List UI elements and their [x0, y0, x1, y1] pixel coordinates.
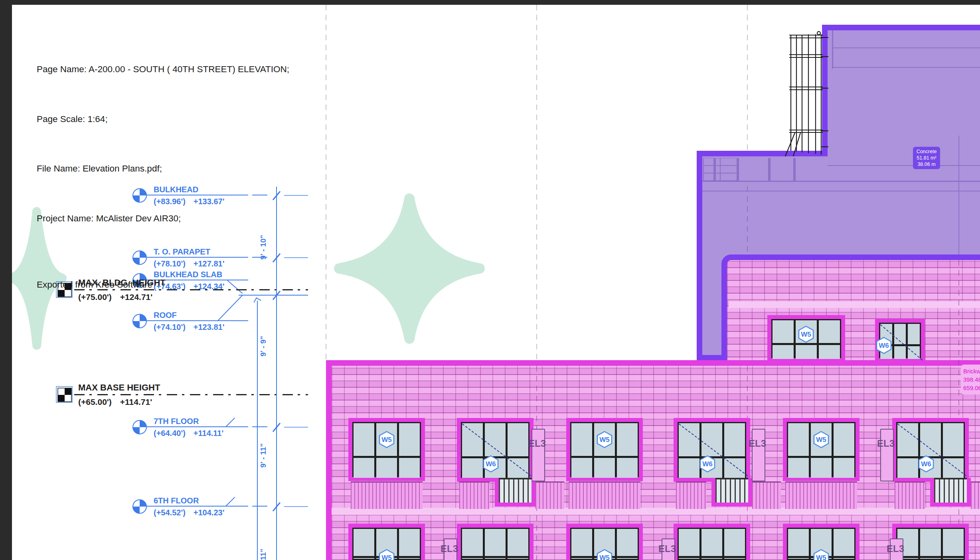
svg-text:W5: W5	[599, 436, 610, 444]
svg-text:W6: W6	[879, 342, 889, 349]
window-pane	[571, 558, 592, 559]
window-pane	[788, 529, 809, 556]
rail-post	[793, 158, 796, 182]
window[interactable]	[457, 524, 533, 560]
level-name-max-base-height: MAX BASE HEIGHT	[78, 383, 160, 393]
window-pane	[679, 529, 699, 556]
svg-text:W5: W5	[381, 554, 392, 560]
window-pane	[617, 558, 638, 559]
pdf-canvas: BULKHEAD(+83.96') +133.67'T. O. PARAPET(…	[0, 0, 980, 560]
window-tag[interactable]: W6	[699, 455, 715, 473]
light-fixture-label: EL3	[658, 543, 676, 554]
level-name-7th-floor: 7TH FLOOR	[154, 417, 199, 426]
window-tag[interactable]: W5	[379, 431, 395, 448]
window-pane	[508, 558, 528, 559]
window-pane	[834, 529, 854, 556]
concrete-area-badge[interactable]: Concrete 51.81 m² 38.06 m	[913, 147, 940, 169]
window-tag[interactable]: W6	[483, 455, 499, 473]
window-glazing	[896, 528, 965, 560]
spandrel-hatch	[971, 481, 980, 509]
window[interactable]	[566, 418, 643, 481]
railing-bars	[715, 478, 748, 503]
dimension-text: 9' - 11"	[259, 443, 268, 467]
balcony-railing	[930, 478, 971, 507]
bulkhead-edge-line	[958, 136, 959, 257]
window-pane	[897, 423, 918, 456]
max-height-line	[74, 394, 308, 395]
spandrel-hatch	[895, 481, 925, 509]
window-pane	[462, 558, 483, 559]
window-tag[interactable]: W5	[813, 431, 829, 448]
bulkhead-edge-line	[832, 67, 980, 68]
window-pane	[834, 558, 854, 559]
light-fixture	[880, 429, 894, 481]
window-pane	[462, 458, 483, 479]
window-pane	[679, 458, 699, 479]
exported-line: Exported from Kreo Software	[37, 276, 289, 293]
bulkhead-edge-line	[832, 30, 833, 69]
badge-material: Brickwork	[963, 367, 980, 375]
window-pane	[796, 345, 817, 359]
window-pane	[617, 458, 638, 478]
window-tag[interactable]: W5	[798, 325, 814, 343]
window-pane	[943, 558, 964, 559]
brickwork-area-badge[interactable]: Brickwork 398.48 659.06	[961, 365, 980, 394]
window[interactable]	[674, 524, 750, 560]
window-pane	[376, 458, 397, 478]
page-scale-line: Page Scale: 1:64;	[37, 111, 289, 128]
level-line-dash	[252, 506, 267, 507]
window-pane	[571, 458, 592, 478]
spandrel-hatch	[752, 481, 781, 509]
svg-text:W6: W6	[921, 460, 931, 468]
window-pane	[399, 529, 420, 556]
spandrel-hatch	[569, 481, 640, 509]
window[interactable]	[783, 418, 859, 481]
window-pane	[819, 345, 840, 359]
window-tag[interactable]: W6	[918, 455, 934, 473]
svg-text:W5: W5	[599, 554, 610, 560]
window-pane	[462, 529, 483, 556]
window-pane	[894, 346, 906, 359]
leader-line	[257, 301, 258, 560]
window-tag[interactable]: W5	[813, 549, 829, 560]
svg-text:W6: W6	[702, 460, 713, 468]
window-tag[interactable]: W6	[876, 337, 892, 354]
balcony-railing	[495, 478, 535, 507]
window-glazing	[678, 528, 746, 560]
balcony-railing	[711, 478, 752, 507]
window-pane	[617, 423, 638, 456]
grid-line	[747, 5, 748, 151]
railing-bars	[499, 478, 531, 503]
window-pane	[897, 458, 918, 479]
light-fixture-label: EL3	[441, 543, 458, 554]
window-pane	[788, 458, 809, 478]
grid-line	[326, 5, 326, 360]
window-pane	[701, 558, 722, 559]
rail-post	[713, 158, 716, 182]
spandrel-hatch	[351, 481, 423, 509]
window-pane	[819, 320, 840, 343]
window[interactable]	[892, 524, 969, 560]
window-tag[interactable]: W5	[597, 549, 612, 560]
green-area-blob[interactable]	[339, 199, 480, 339]
window[interactable]	[348, 418, 425, 481]
light-fixture-label: EL3	[528, 438, 546, 449]
window-tag[interactable]: W5	[597, 431, 612, 448]
datum-marker-icon	[132, 420, 147, 435]
window-glazing	[787, 422, 856, 477]
parapet-rail-line	[702, 181, 980, 182]
window-pane	[724, 458, 745, 479]
parapet-masonry-pattern	[703, 158, 737, 181]
badge-area: 51.81 m²	[914, 155, 939, 161]
window-pane	[701, 529, 722, 556]
level-line-7th-floor	[147, 426, 248, 427]
window-pane	[788, 558, 809, 559]
window-tag[interactable]: W5	[379, 549, 395, 560]
page-info: Page Name: A-200.00 - SOUTH ( 40TH STREE…	[37, 28, 289, 326]
brickwork-upper-region[interactable]	[721, 254, 980, 364]
level-line-seg	[284, 506, 308, 507]
level-line-seg	[284, 427, 308, 428]
window-pane	[724, 423, 745, 456]
window-pane	[920, 529, 941, 556]
grid-line	[536, 5, 537, 360]
